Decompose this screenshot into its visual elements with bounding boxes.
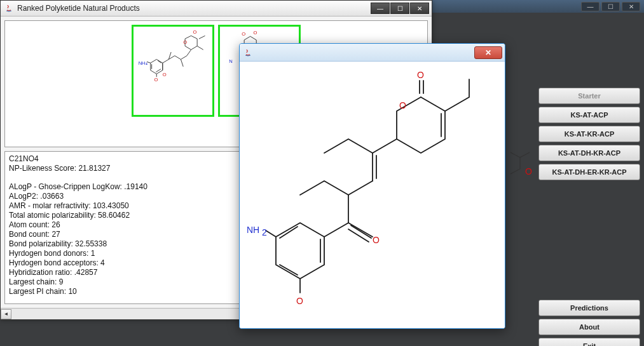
bg-maximize-button[interactable]: ☐ — [601, 2, 620, 11]
svg-text:O: O — [253, 30, 257, 36]
right-button-panel: Starter KS-AT-ACP KS-AT-KR-ACP KS-AT-DH-… — [538, 88, 640, 346]
predictions-button[interactable]: Predictions — [538, 300, 640, 316]
scroll-left-arrow[interactable]: ◄ — [1, 309, 11, 319]
svg-text:NH: NH — [247, 225, 259, 235]
exit-button[interactable]: Exit — [538, 338, 640, 346]
svg-text:O: O — [193, 29, 196, 35]
main-window-title: Ranked Polyketide Natural Products — [17, 4, 367, 13]
structure-thumbnail-1[interactable]: O O O NH₂ — [132, 25, 214, 117]
ks-at-kr-acp-button[interactable]: KS-AT-KR-ACP — [538, 126, 640, 142]
svg-text:O: O — [417, 70, 424, 80]
svg-text:O: O — [163, 72, 167, 77]
bg-minimize-button[interactable]: — — [581, 2, 599, 11]
enlarged-structure-svg: O O — [247, 67, 498, 324]
main-titlebar[interactable]: Ranked Polyketide Natural Products — ☐ ✕ — [1, 1, 432, 17]
main-close-button[interactable]: ✕ — [410, 3, 429, 14]
main-minimize-button[interactable]: — — [371, 3, 390, 14]
background-structure-fragment: O — [510, 146, 536, 197]
svg-text:2: 2 — [262, 227, 267, 237]
main-maximize-button[interactable]: ☐ — [390, 3, 409, 14]
starter-button[interactable]: Starter — [538, 88, 640, 104]
ks-at-acp-button[interactable]: KS-AT-ACP — [538, 107, 640, 123]
structure-viewer-dialog: ✕ O O — [239, 43, 505, 329]
svg-text:O: O — [183, 39, 187, 45]
svg-text:O: O — [373, 235, 380, 245]
svg-text:O: O — [399, 100, 406, 110]
dialog-body: O O — [240, 62, 505, 328]
svg-text:O: O — [525, 166, 532, 176]
svg-text:N: N — [229, 58, 233, 64]
about-button[interactable]: About — [538, 319, 640, 335]
svg-text:O: O — [154, 77, 158, 83]
bg-close-button[interactable]: ✕ — [622, 2, 640, 11]
ks-at-dh-er-kr-acp-button[interactable]: KS-AT-DH-ER-KR-ACP — [538, 164, 640, 180]
dialog-close-button[interactable]: ✕ — [474, 46, 502, 59]
svg-text:NH₂: NH₂ — [139, 60, 147, 66]
svg-text:O: O — [242, 31, 245, 37]
java-icon — [243, 48, 252, 57]
dialog-titlebar[interactable]: ✕ — [240, 44, 505, 62]
svg-text:O: O — [296, 296, 303, 306]
ks-at-dh-kr-acp-button[interactable]: KS-AT-DH-KR-ACP — [538, 145, 640, 161]
java-icon — [4, 4, 13, 13]
